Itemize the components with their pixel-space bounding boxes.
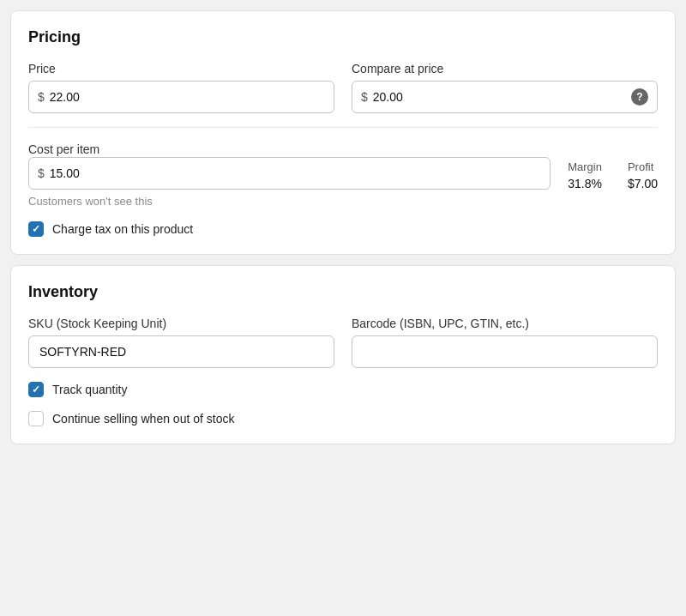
margin-value: 31.8% — [568, 177, 602, 190]
barcode-group: Barcode (ISBN, UPC, GTIN, etc.) — [352, 317, 658, 368]
compare-price-input-wrapper: $ ? — [352, 81, 658, 113]
profit-label: Profit — [628, 160, 658, 173]
cost-per-item-label: Cost per item — [28, 142, 99, 156]
pricing-title: Pricing — [28, 28, 658, 46]
continue-selling-row: Continue selling when out of stock — [28, 411, 658, 426]
profit-value: $7.00 — [628, 177, 658, 190]
continue-selling-checkbox-wrapper[interactable] — [28, 411, 44, 426]
inventory-card: Inventory SKU (Stock Keeping Unit) Barco… — [10, 265, 676, 444]
cost-input-group: Cost per item $ Customers won't see this — [28, 142, 551, 208]
price-input-wrapper: $ — [28, 81, 334, 113]
compare-price-label: Compare at price — [352, 62, 658, 75]
barcode-input[interactable] — [352, 335, 658, 368]
compare-price-group: Compare at price $ ? — [352, 62, 658, 113]
cost-helper-text: Customers won't see this — [28, 195, 551, 208]
profit-group: Profit $7.00 — [628, 160, 658, 190]
cost-input-wrapper: $ — [28, 157, 551, 190]
sku-input[interactable] — [28, 335, 334, 368]
sku-barcode-row: SKU (Stock Keeping Unit) Barcode (ISBN, … — [28, 317, 658, 368]
margin-group: Margin 31.8% — [568, 160, 602, 190]
track-quantity-row: ✓ Track quantity — [28, 382, 658, 397]
sku-group: SKU (Stock Keeping Unit) — [28, 317, 334, 368]
price-currency-symbol: $ — [38, 90, 45, 104]
compare-price-input[interactable] — [373, 90, 631, 104]
price-group: Price $ — [28, 62, 334, 113]
sku-label: SKU (Stock Keeping Unit) — [28, 317, 334, 330]
cost-per-item-input[interactable] — [50, 166, 541, 180]
barcode-label: Barcode (ISBN, UPC, GTIN, etc.) — [352, 317, 658, 330]
inventory-title: Inventory — [28, 283, 658, 301]
divider — [28, 127, 658, 128]
cost-stats: Margin 31.8% Profit $7.00 — [568, 142, 658, 190]
pricing-card: Pricing Price $ Compare at price $ ? Cos… — [10, 10, 676, 255]
compare-help-icon[interactable]: ? — [631, 88, 648, 106]
cost-currency-symbol: $ — [38, 166, 45, 180]
charge-tax-row: ✓ Charge tax on this product — [28, 221, 658, 237]
track-quantity-checkbox-wrapper[interactable]: ✓ — [28, 382, 44, 397]
price-input[interactable] — [50, 90, 325, 104]
charge-tax-label: Charge tax on this product — [52, 222, 193, 236]
price-label: Price — [28, 62, 334, 75]
price-row: Price $ Compare at price $ ? — [28, 62, 658, 113]
compare-currency-symbol: $ — [361, 90, 368, 104]
margin-label: Margin — [568, 160, 602, 173]
track-quantity-label: Track quantity — [52, 383, 127, 396]
cost-row: Cost per item $ Customers won't see this… — [28, 142, 658, 208]
continue-selling-label: Continue selling when out of stock — [52, 412, 234, 426]
charge-tax-checkbox-wrapper[interactable]: ✓ — [28, 221, 44, 237]
